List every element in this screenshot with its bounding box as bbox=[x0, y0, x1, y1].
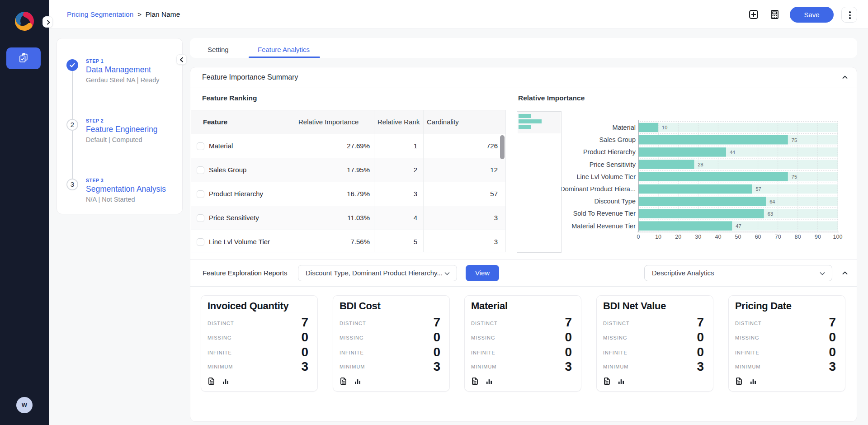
svg-text:63: 63 bbox=[768, 211, 773, 217]
svg-text:20: 20 bbox=[675, 234, 681, 240]
svg-text:50: 50 bbox=[735, 234, 741, 240]
svg-text:Material Revenue Tier: Material Revenue Tier bbox=[571, 222, 636, 230]
svg-text:90: 90 bbox=[815, 234, 821, 240]
svg-text:57: 57 bbox=[755, 186, 761, 192]
svg-text:100: 100 bbox=[833, 234, 843, 240]
svg-text:Price Sensitivity: Price Sensitivity bbox=[590, 161, 636, 168]
svg-text:Material: Material bbox=[612, 124, 636, 131]
svg-text:75: 75 bbox=[792, 174, 797, 179]
svg-text:0: 0 bbox=[637, 234, 640, 240]
svg-text:Discount Type: Discount Type bbox=[594, 198, 636, 205]
svg-text:Sold To Revenue Tier: Sold To Revenue Tier bbox=[573, 210, 636, 217]
svg-text:Line Lvl Volume Tier: Line Lvl Volume Tier bbox=[576, 173, 636, 180]
svg-text:80: 80 bbox=[795, 234, 801, 240]
svg-text:30: 30 bbox=[695, 234, 701, 240]
svg-text:64: 64 bbox=[769, 199, 775, 204]
svg-text:28: 28 bbox=[698, 162, 703, 167]
svg-text:10: 10 bbox=[662, 125, 667, 130]
svg-text:Sales Group: Sales Group bbox=[599, 136, 636, 143]
svg-text:44: 44 bbox=[730, 150, 735, 155]
svg-text:60: 60 bbox=[755, 234, 761, 240]
svg-text:75: 75 bbox=[792, 137, 797, 143]
svg-text:Dominant Product Hiera...: Dominant Product Hiera... bbox=[561, 185, 636, 193]
svg-text:Product Hierarchy: Product Hierarchy bbox=[583, 148, 636, 156]
svg-text:10: 10 bbox=[655, 234, 661, 240]
svg-text:40: 40 bbox=[715, 234, 721, 240]
svg-text:70: 70 bbox=[775, 234, 781, 240]
svg-text:47: 47 bbox=[736, 223, 741, 229]
